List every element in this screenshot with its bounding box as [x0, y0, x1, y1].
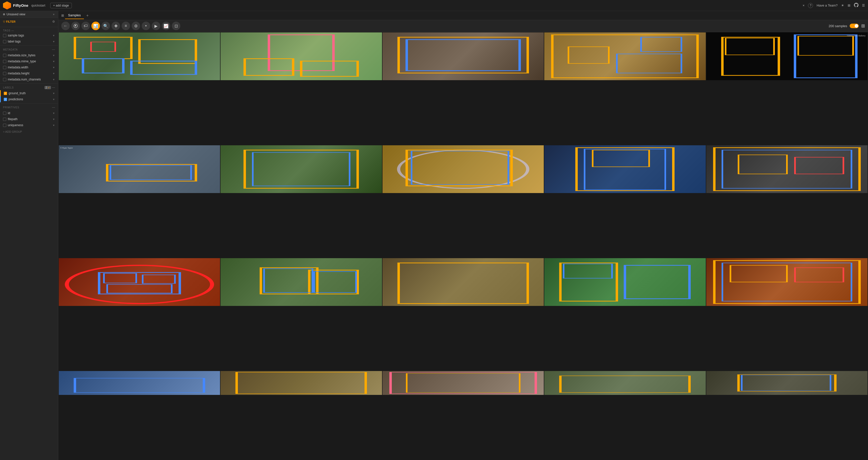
sidebar-item-sample-tags[interactable]: sample tags ▼ [0, 32, 58, 38]
grid-view-icon[interactable]: ⊞ [861, 23, 865, 29]
uniqueness-chevron[interactable]: ▼ [53, 124, 55, 127]
chart-button[interactable]: 📊 [91, 22, 100, 30]
mime-type-label: metadata.mime_type [8, 60, 36, 63]
size-bytes-checkbox[interactable] [3, 54, 6, 57]
height-chevron[interactable]: ▼ [53, 72, 55, 75]
video-button[interactable]: ▶ [152, 22, 160, 30]
predictions-checkbox[interactable] [4, 98, 7, 101]
svg-rect-50 [75, 378, 204, 393]
tag-button[interactable]: 🏷 [82, 22, 90, 30]
svg-rect-37 [107, 285, 172, 293]
grid-cell-cats2[interactable] [382, 371, 544, 395]
svg-rect-51 [237, 372, 366, 394]
help-icon[interactable]: ? [808, 3, 813, 8]
height-checkbox[interactable] [3, 72, 6, 75]
sidebar-item-id[interactable]: id ▼ [0, 110, 58, 116]
unsaved-view-chevron[interactable]: ▼ [53, 13, 55, 16]
mime-type-chevron[interactable]: ▼ [53, 60, 55, 63]
sidebar-item-width[interactable]: metadata.width ▼ [0, 64, 58, 70]
svg-rect-15 [722, 37, 779, 76]
search-button[interactable]: 🔍 [101, 22, 110, 30]
grid-cell-cowboy[interactable] [220, 32, 382, 80]
back-button[interactable]: ← [61, 22, 70, 30]
add-group-button[interactable]: + ADD GROUP [0, 128, 58, 135]
labels-dash[interactable]: — [52, 86, 55, 89]
label-tags-checkbox[interactable] [3, 40, 6, 43]
label-tags-label: label tags [8, 40, 21, 43]
grid-cell-bear[interactable] [382, 258, 544, 306]
close-icon[interactable]: × [803, 3, 805, 7]
grid-cell-orange-cat[interactable] [382, 145, 544, 193]
filter-gear-icon[interactable]: ⚙ [52, 20, 55, 23]
grid-cell-dogs[interactable] [220, 258, 382, 306]
width-checkbox[interactable] [3, 66, 6, 69]
uniqueness-checkbox[interactable] [3, 124, 6, 127]
unsaved-view-row[interactable]: Unsaved view ▼ [0, 11, 58, 18]
ground-truth-label: ground_truth [8, 91, 26, 95]
ground-truth-checkbox[interactable] [4, 92, 7, 95]
main-container: Unsaved view ▼ ▽ FILTER ⚙ TAGS — sample … [0, 11, 868, 460]
mime-type-checkbox[interactable] [3, 60, 6, 63]
add-stage-button[interactable]: + add stage [50, 3, 71, 8]
grid-cell-man[interactable] [544, 145, 706, 193]
grid-icon[interactable]: ⊞ [848, 3, 850, 7]
id-checkbox[interactable] [3, 112, 6, 115]
grid-cell-green[interactable] [544, 258, 706, 306]
sidebar-item-predictions[interactable]: predictions ▼ [0, 96, 58, 102]
grid-cell-food1[interactable] [544, 32, 706, 80]
width-chevron[interactable]: ▼ [53, 66, 55, 69]
grid-cell-animal2[interactable] [706, 145, 868, 193]
grid-cell-cake[interactable]: Sweetness Bakery [706, 32, 868, 80]
grid-cell-pizza[interactable] [706, 258, 868, 306]
grid-cell-sky[interactable] [59, 371, 220, 395]
tab-samples[interactable]: Samples [65, 12, 84, 19]
size-bytes-chevron[interactable]: ▼ [53, 54, 55, 57]
grid-cell-bull[interactable] [220, 145, 382, 193]
openai-button[interactable]: ✦ [142, 22, 150, 30]
add-button[interactable]: ✚ [112, 22, 120, 30]
id-chevron[interactable]: ▼ [53, 112, 55, 115]
filepath-chevron[interactable]: ▼ [53, 118, 55, 121]
filepath-checkbox[interactable] [3, 118, 6, 121]
sidebar-item-height[interactable]: metadata.height ▼ [0, 70, 58, 77]
view-toggle[interactable] [850, 24, 859, 28]
sidebar-item-num-channels[interactable]: metadata.num_channels ▼ [0, 77, 58, 82]
sidebar-item-filepath[interactable]: filepath ▼ [0, 116, 58, 122]
settings-button[interactable]: ⚙ [132, 22, 140, 30]
grid-cell-house[interactable] [544, 371, 706, 395]
sidebar-item-mime-type[interactable]: metadata.mime_type ▼ [0, 58, 58, 64]
svg-rect-44 [625, 265, 689, 299]
metadata-dash[interactable]: — [52, 48, 55, 51]
menu-icon[interactable]: ☰ [862, 3, 865, 7]
toolbar: ← 🏷 📊 🔍 ✚ ≡ ⚙ ✦ ▶ 📈 ⊡ 200 samples ⊞ [58, 20, 868, 32]
grid-cell-dog2[interactable] [706, 371, 868, 395]
stats-button[interactable]: 📈 [162, 22, 170, 30]
num-channels-chevron[interactable]: ▼ [53, 78, 55, 81]
tags-dash[interactable]: — [11, 29, 14, 32]
list-button[interactable]: ≡ [122, 22, 130, 30]
sidebar-item-uniqueness[interactable]: uniqueness ▼ [0, 122, 58, 128]
color-button[interactable] [71, 22, 80, 30]
sidebar-item-ground-truth[interactable]: ground_truth ▼ [0, 90, 58, 96]
svg-rect-46 [714, 261, 860, 304]
predictions-chevron[interactable]: ▼ [53, 98, 55, 101]
grid-cell-turkey[interactable] [59, 32, 220, 80]
svg-rect-40 [264, 269, 313, 293]
tab-add-button[interactable]: + [85, 13, 90, 18]
ground-truth-chevron[interactable]: ▼ [53, 92, 55, 95]
num-channels-checkbox[interactable] [3, 78, 6, 81]
grid-cell-cat[interactable] [382, 32, 544, 80]
more-button[interactable]: ⊡ [172, 22, 180, 30]
sun-icon[interactable]: ☀ [841, 3, 844, 7]
grid-cell-plate[interactable] [59, 258, 220, 306]
primitives-dash[interactable]: — [52, 106, 55, 109]
sample-tags-checkbox[interactable] [3, 34, 6, 37]
sidebar-item-size-bytes[interactable]: metadata.size_bytes ▼ [0, 52, 58, 58]
label-tags-chevron[interactable]: ▼ [53, 40, 55, 43]
grid-cell-train[interactable]: © Ryan Taylor [59, 145, 220, 193]
svg-rect-30 [722, 150, 851, 188]
github-icon[interactable] [854, 3, 859, 8]
sample-tags-chevron[interactable]: ▼ [53, 34, 55, 37]
sidebar-item-label-tags[interactable]: label tags ▼ [0, 38, 58, 45]
grid-cell-bears2[interactable] [220, 371, 382, 395]
